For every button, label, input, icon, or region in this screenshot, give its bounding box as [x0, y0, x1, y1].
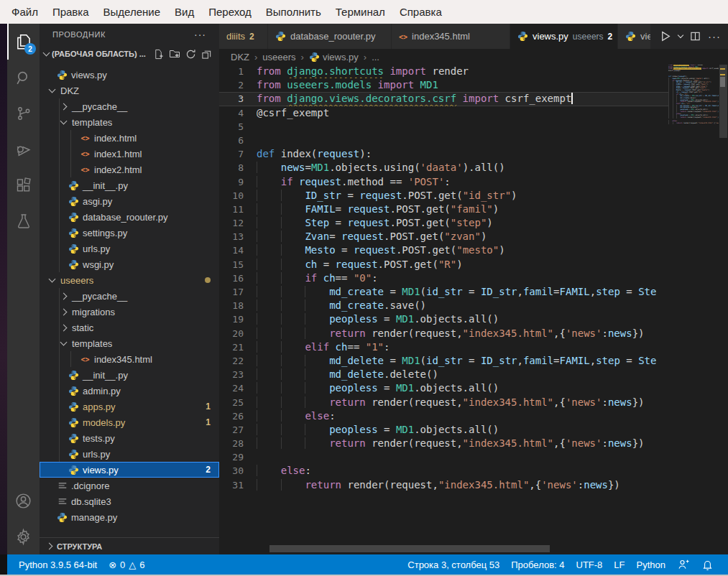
- breadcrumb[interactable]: DKZ›useeers›views.py›...: [219, 49, 728, 65]
- breadcrumb-item-DKZ[interactable]: DKZ: [231, 52, 249, 62]
- code-line-21[interactable]: 21 elif ch== "1":: [219, 340, 668, 354]
- outline-section-header[interactable]: СТРУКТУРА: [40, 537, 219, 554]
- activity-explorer-button[interactable]: 2: [7, 24, 40, 60]
- activity-source-control-button[interactable]: [7, 96, 40, 131]
- tree-item-manage.py[interactable]: manage.py: [40, 509, 219, 525]
- activity-settings-button[interactable]: [7, 519, 40, 554]
- status-problems[interactable]: ⊗0△6: [103, 559, 150, 570]
- explorer-more-actions-icon[interactable]: ···: [194, 29, 206, 40]
- tree-item-admin.py[interactable]: admin.py: [40, 383, 219, 399]
- code-line-19[interactable]: 19 peopless = MD1.objects.all(): [219, 312, 668, 326]
- horizontal-scrollbar-thumb[interactable]: [269, 545, 550, 552]
- tree-item-wsgi.py[interactable]: wsgi.py: [40, 256, 219, 272]
- code-line-15[interactable]: 15 ch = request.POST.get("R"): [219, 258, 668, 271]
- menu-item-Выделение[interactable]: Выделение: [96, 4, 167, 19]
- status-eol[interactable]: LF: [608, 559, 630, 570]
- new-file-icon[interactable]: [153, 48, 164, 60]
- status-indentation[interactable]: Пробелов: 4: [505, 559, 570, 570]
- split-editor-icon[interactable]: [690, 31, 701, 42]
- breadcrumb-item-views.py[interactable]: views.py: [309, 52, 359, 62]
- code-line-22[interactable]: 22 md_delete = MD1(id_str = ID_str,famil…: [219, 354, 668, 368]
- code-line-25[interactable]: 25 return render(request,"index345.html"…: [219, 396, 668, 409]
- minimap[interactable]: from django.shortcuts import renderfrom …: [668, 65, 719, 554]
- code-line-4[interactable]: 4@csrf_exempt: [219, 106, 668, 120]
- tree-item-__pycache__[interactable]: __pycache__: [40, 288, 219, 304]
- menu-item-Терминал[interactable]: Терминал: [328, 4, 392, 19]
- tree-item-index.html[interactable]: <>index.html: [40, 130, 219, 146]
- vertical-scrollbar[interactable]: [719, 65, 728, 554]
- tab-index345.html[interactable]: <>index345.html: [392, 24, 510, 49]
- tab-diiits[interactable]: diiits2: [219, 24, 268, 49]
- code-line-16[interactable]: 16 if ch== "0":: [219, 271, 668, 285]
- code-line-7[interactable]: 7def index(request):: [219, 147, 668, 161]
- tab-vie[interactable]: vie: [618, 24, 651, 49]
- activity-search-button[interactable]: [7, 60, 40, 96]
- tree-item-DKZ[interactable]: DKZ: [40, 83, 219, 98]
- menu-item-Справка[interactable]: Справка: [392, 4, 449, 19]
- tree-item-db.sqlite3[interactable]: db.sqlite3: [40, 493, 219, 509]
- tree-item-models.py[interactable]: models.py1: [40, 414, 219, 430]
- code-line-9[interactable]: 9 if request.method == 'POST':: [219, 175, 668, 189]
- code-line-14[interactable]: 14 Mesto = request.POST.get("mesto"): [219, 243, 668, 257]
- tree-item-migrations[interactable]: migrations: [40, 304, 219, 320]
- collapse-folders-icon[interactable]: [201, 48, 212, 60]
- activity-run-debug-button[interactable]: [7, 131, 40, 167]
- activity-testing-button[interactable]: [7, 203, 40, 239]
- tree-item-apps.py[interactable]: apps.py1: [40, 399, 219, 414]
- code-line-10[interactable]: 10 ID_str = request.POST.get("id_str"): [219, 189, 668, 203]
- code-line-8[interactable]: 8 news=MD1.objects.using('daata').all(): [219, 161, 668, 175]
- tree-item-index345.html[interactable]: <>index345.html: [40, 351, 219, 367]
- tree-item-views.py[interactable]: views.py: [40, 67, 219, 83]
- vertical-scrollbar-thumb[interactable]: [719, 65, 727, 138]
- tree-item-__init__.py[interactable]: __init__.py: [40, 177, 219, 193]
- tree-item-settings.py[interactable]: settings.py: [40, 225, 219, 241]
- code-line-5[interactable]: 5: [219, 120, 668, 134]
- code-line-31[interactable]: 31 return render(request,"index345.html"…: [219, 478, 668, 492]
- code-line-6[interactable]: 6: [219, 134, 668, 147]
- menu-item-Вид[interactable]: Вид: [167, 4, 201, 19]
- code-line-24[interactable]: 24 peopless = MD1.objects.all(): [219, 381, 668, 395]
- status-python-interpreter[interactable]: Python 3.9.5 64-bit: [13, 559, 103, 570]
- code-line-28[interactable]: 28 return render(request,"index345.html"…: [219, 437, 668, 450]
- tree-item-__pycache__[interactable]: __pycache__: [40, 98, 219, 114]
- menu-item-Переход[interactable]: Переход: [201, 4, 259, 19]
- code-line-17[interactable]: 17 md_create = MD1(id_str = ID_str,famil…: [219, 285, 668, 299]
- tree-item-database_roouter.py[interactable]: database_roouter.py: [40, 209, 219, 225]
- more-actions-icon[interactable]: ···: [708, 30, 721, 42]
- tab-database_roouter.py[interactable]: database_roouter.py: [268, 24, 392, 49]
- status-encoding[interactable]: UTF-8: [571, 559, 609, 570]
- tree-item-urls.py[interactable]: urls.py: [40, 446, 219, 462]
- refresh-explorer-icon[interactable]: [185, 48, 196, 60]
- code-line-27[interactable]: 27 peopless = MD1.objects.all(): [219, 423, 668, 437]
- breadcrumb-item-...[interactable]: ...: [372, 52, 379, 62]
- tree-item-tests.py[interactable]: tests.py: [40, 430, 219, 446]
- run-dropdown-icon[interactable]: [678, 32, 683, 38]
- tree-item-static[interactable]: static: [40, 320, 219, 335]
- tree-item-templates[interactable]: templates: [40, 335, 219, 351]
- tree-item-.dcignore[interactable]: .dcignore: [40, 478, 219, 493]
- activity-account-button[interactable]: [7, 483, 40, 519]
- code-line-29[interactable]: 29: [219, 450, 668, 464]
- code-line-3[interactable]: 3from django.views.decorators.csrf impor…: [219, 92, 668, 106]
- tree-item-useeers[interactable]: useeers: [40, 272, 219, 288]
- tree-item-index2.html[interactable]: <>index2.html: [40, 162, 219, 177]
- menu-item-Файл[interactable]: Файл: [4, 4, 45, 19]
- code-line-12[interactable]: 12 Step = request.POST.get("step"): [219, 216, 668, 230]
- status-language-mode[interactable]: Python: [631, 559, 671, 570]
- code-line-26[interactable]: 26 else:: [219, 409, 668, 423]
- code-line-11[interactable]: 11 FAMIL= request.POST.get("famil"): [219, 203, 668, 216]
- tree-item-urls.py[interactable]: urls.py: [40, 241, 219, 256]
- code-editor[interactable]: 1from django.shortcuts import render2fro…: [219, 65, 728, 554]
- activity-extensions-button[interactable]: [7, 167, 40, 203]
- code-line-18[interactable]: 18 md_create.save(): [219, 299, 668, 312]
- menu-item-Правка[interactable]: Правка: [45, 4, 96, 19]
- code-line-30[interactable]: 30 else:: [219, 464, 668, 478]
- code-line-23[interactable]: 23 md_delete.delete(): [219, 368, 668, 381]
- status-cursor-position[interactable]: Строка 3, столбец 53: [402, 559, 505, 570]
- status-notifications[interactable]: [696, 559, 719, 571]
- code-line-13[interactable]: 13 Zvan= request.POST.get("zvan"): [219, 230, 668, 243]
- menu-item-Выполнить[interactable]: Выполнить: [259, 4, 328, 19]
- tree-item-templates[interactable]: templates: [40, 114, 219, 130]
- run-button-icon[interactable]: [659, 30, 671, 42]
- code-line-1[interactable]: 1from django.shortcuts import render: [219, 65, 668, 78]
